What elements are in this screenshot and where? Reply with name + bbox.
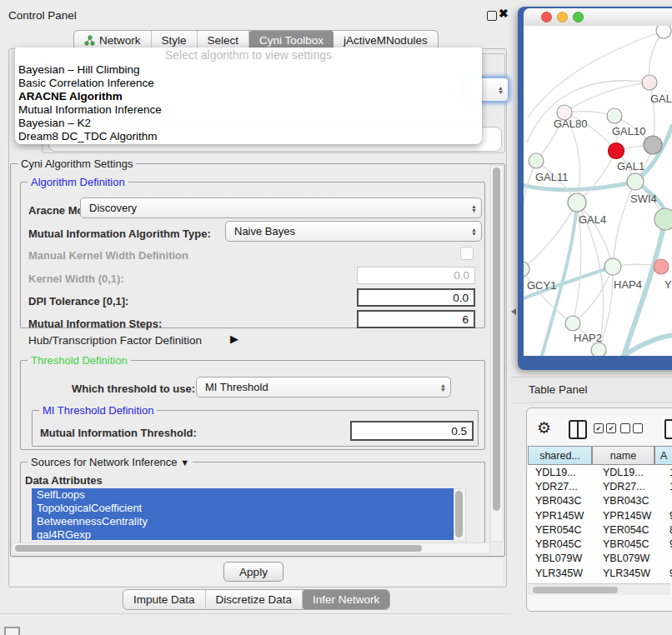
table-cell: YPR145W	[599, 510, 663, 522]
table-row[interactable]: YER054CYER054C8.	[528, 522, 672, 537]
kernel-width-label: Kernel Width (0,1):	[28, 272, 124, 285]
network-node-bottom[interactable]	[591, 342, 606, 356]
algorithm-option-aracne-algorithm[interactable]: ARACNE Algorithm	[15, 90, 482, 103]
table-cell: 12	[663, 481, 672, 492]
select-all-columns-icon[interactable]: ✔✔	[594, 423, 619, 433]
algorithm-option-mutual-information-inference[interactable]: Mutual Information Inference	[15, 103, 482, 117]
algorithm-option-bayesian-hill-climbing[interactable]: Bayesian – Hill Climbing	[15, 63, 482, 77]
settings-hscrollbar[interactable]	[12, 542, 490, 554]
algorithm-option-dream8-dc-tdc-algorithm[interactable]: Dream8 DC_TDC Algorithm	[15, 130, 482, 143]
table-row[interactable]: YDL19...YDL19...13	[528, 465, 672, 479]
hub-expander-label[interactable]: Hub/Transcription Factor Definition	[28, 334, 202, 347]
splitter-arrow-icon[interactable]	[511, 308, 516, 315]
network-node-bigright[interactable]	[654, 208, 672, 230]
data-attribute-gal4rgexp[interactable]: gal4RGexp	[32, 528, 454, 540]
table-row[interactable]: YDR27...YDR27...12	[528, 479, 672, 493]
network-edge-curve-0	[528, 31, 664, 118]
table-cell: 9.	[663, 568, 672, 579]
mi-threshold-definition-title: MI Threshold Definition	[39, 404, 157, 417]
network-node-label-hap2: HAP2	[574, 332, 602, 344]
network-node-gal4[interactable]	[568, 193, 586, 212]
algorithm-option-bayesian-k2[interactable]: Bayesian – K2	[15, 117, 482, 130]
network-canvas[interactable]: GALGAL80GAL10GAL1GAL11SWI4GAL4HAP4YGCY1H…	[524, 26, 672, 356]
dpi-tolerance-field[interactable]: 0.0	[357, 288, 475, 307]
aracne-mode-combo[interactable]: Discovery ▲▼	[80, 198, 482, 218]
network-window-titlebar[interactable]	[524, 8, 672, 27]
table-row[interactable]: YLR345WYLR345W9.	[528, 566, 672, 580]
column-header-a[interactable]: A	[654, 446, 672, 465]
table-cell: 9.	[663, 510, 672, 522]
columns-icon[interactable]	[569, 420, 587, 439]
close-panel-icon[interactable]: ✖	[499, 7, 509, 20]
table-cell: YBR043C	[599, 495, 663, 507]
table-row[interactable]: YBR045CYBR045C9.	[528, 537, 672, 551]
gear-icon[interactable]: ⚙	[537, 418, 551, 438]
apply-button[interactable]: Apply	[223, 562, 283, 582]
mi-type-combo[interactable]: Naive Bayes ▲▼	[225, 221, 482, 242]
tab-label: Discretize Data	[216, 593, 293, 606]
which-threshold-combo[interactable]: MI Threshold ▲▼	[196, 377, 451, 398]
settings-hscrollbar-thumb[interactable]	[15, 545, 422, 552]
network-node-label-gal1: GAL1	[617, 160, 644, 172]
kernel-width-field: 0.0	[357, 267, 475, 284]
network-node-gal10[interactable]	[607, 108, 622, 123]
deselect-all-columns-icon[interactable]	[620, 423, 645, 433]
table-panel-bar: Table Panel	[511, 377, 672, 403]
zoom-window-icon[interactable]	[573, 12, 584, 22]
mi-threshold-field[interactable]: 0.5	[350, 421, 474, 441]
algorithm-option-basic-correlation-inference[interactable]: Basic Correlation Inference	[15, 77, 482, 90]
network-node-top[interactable]	[656, 26, 671, 38]
column-header-shared[interactable]: shared...	[528, 446, 592, 465]
close-window-icon[interactable]	[541, 12, 552, 22]
network-graph: GALGAL80GAL10GAL1GAL11SWI4GAL4HAP4YGCY1H…	[524, 26, 672, 356]
network-node-pink[interactable]	[642, 75, 657, 90]
table-hscrollbar[interactable]	[528, 583, 670, 595]
network-node-hap2[interactable]	[565, 316, 580, 331]
network-node-salmon[interactable]	[654, 259, 669, 274]
which-threshold-value: MI Threshold	[205, 381, 268, 393]
manual-kernel-checkbox	[460, 247, 474, 260]
settings-vscrollbar[interactable]	[490, 165, 504, 542]
table-cell: YBL079W	[599, 552, 663, 564]
attributes-scrollbar[interactable]	[454, 488, 466, 542]
screen: Control Panel ✖ NetworkStyleSelectCyni T…	[0, 0, 672, 635]
new-table-icon[interactable]	[664, 419, 672, 439]
table-cell: YDL19...	[599, 467, 663, 478]
tab-discretize-data[interactable]: Discretize Data	[206, 590, 303, 609]
mi-steps-field[interactable]: 6	[357, 310, 475, 328]
data-attribute-topologicalcoefficient[interactable]: TopologicalCoefficient	[32, 502, 454, 515]
network-node-gray[interactable]	[644, 136, 662, 154]
data-attribute-selfloops[interactable]: SelfLoops	[32, 488, 454, 502]
network-node-swi4[interactable]	[627, 173, 644, 190]
algorithm-options-list: Bayesian – Hill ClimbingBasic Correlatio…	[15, 63, 482, 143]
minimize-window-icon[interactable]	[557, 12, 568, 22]
data-attributes-list[interactable]: SelfLoopsTopologicalCoefficientBetweenne…	[32, 488, 454, 540]
network-node-label-pink: GAL	[650, 92, 672, 105]
data-attribute-betweennesscentrality[interactable]: BetweennessCentrality	[32, 515, 454, 528]
tab-label: Select	[208, 34, 239, 47]
tab-impute-data[interactable]: Impute Data	[123, 590, 206, 609]
columns-icon-divider	[577, 422, 579, 438]
column-header-name[interactable]: name	[592, 446, 654, 465]
sources-group-title[interactable]: Sources for Network Inference ▼	[28, 456, 193, 468]
network-edge-gcy1-gal11	[524, 161, 536, 269]
expander-arrow-icon[interactable]: ▶	[230, 332, 238, 345]
table-row[interactable]: YBR043CYBR043C	[528, 494, 672, 508]
table-hscrollbar-thumb[interactable]	[533, 587, 618, 593]
float-panel-icon[interactable]	[487, 11, 497, 21]
network-node-label-salmon: Y	[664, 278, 672, 291]
attributes-scrollbar-thumb[interactable]	[455, 491, 463, 538]
table-row[interactable]: YPR145WYPR145W9.	[528, 508, 672, 522]
tab-label: Network	[99, 34, 141, 47]
tab-infer-network[interactable]: Infer Network	[303, 590, 389, 609]
network-node-gal1[interactable]	[609, 143, 624, 159]
settings-vscrollbar-thumb[interactable]	[493, 168, 500, 511]
data-attributes-label: Data Attributes	[25, 474, 103, 487]
network-node-label-gal10: GAL10	[612, 125, 645, 138]
tab-label: Style	[162, 34, 187, 47]
network-node-hap4[interactable]	[604, 258, 621, 275]
minimized-panel-icon[interactable]	[4, 627, 20, 635]
network-node-gal11[interactable]	[529, 153, 544, 168]
table-row[interactable]: YBL079WYBL079W	[528, 552, 672, 566]
network-node-label-gal4: GAL4	[579, 213, 606, 226]
